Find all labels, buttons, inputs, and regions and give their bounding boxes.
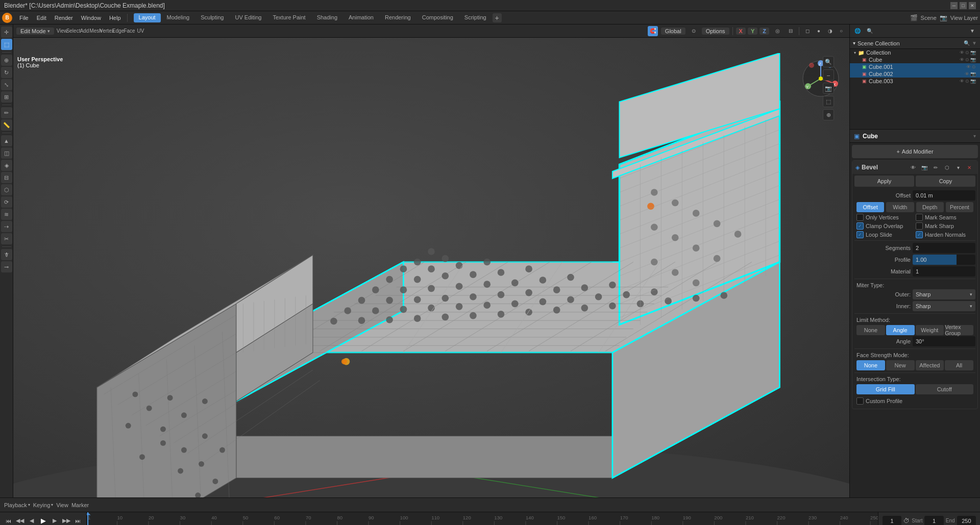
camera-btn[interactable]: 📷 bbox=[823, 83, 834, 94]
inner-dropdown[interactable]: Sharp bbox=[913, 301, 975, 311]
material-shading[interactable]: ◑ bbox=[825, 26, 835, 36]
layer-name[interactable]: View Layer bbox=[950, 15, 978, 21]
is-grid-fill[interactable]: Grid Fill bbox=[856, 384, 915, 394]
custom-profile-row[interactable]: Custom Profile bbox=[854, 395, 975, 407]
bevel-tool[interactable]: ◈ bbox=[1, 160, 12, 171]
search-icon[interactable]: 🔍 bbox=[864, 26, 875, 37]
outliner-cube-003[interactable]: ▣ Cube.003 👁 ⊙ 📷 bbox=[850, 78, 980, 85]
inset-faces[interactable]: ◫ bbox=[1, 147, 12, 159]
menu-render[interactable]: Render bbox=[51, 14, 77, 22]
loop-cut[interactable]: ⊟ bbox=[1, 172, 12, 183]
cursor-icon5[interactable]: ⊙ bbox=[965, 79, 969, 84]
close-button[interactable]: ✕ bbox=[969, 2, 976, 9]
modifier-header[interactable]: ◈ Bevel 👁 📷 ✏ ⬡ ▾ ✕ bbox=[852, 161, 977, 174]
add-button[interactable]: Add bbox=[80, 26, 90, 36]
cursor-icon[interactable]: ⊙ bbox=[965, 50, 969, 55]
tab-depth[interactable]: Depth bbox=[916, 202, 944, 212]
custom-profile-checkbox[interactable] bbox=[856, 397, 864, 405]
mod-cage-icon[interactable]: ⬡ bbox=[942, 162, 952, 172]
vertex-button[interactable]: Vertex bbox=[102, 26, 112, 36]
filter-icon[interactable]: ▼ bbox=[967, 26, 978, 37]
solid-shading[interactable]: ● bbox=[814, 26, 824, 36]
select-button[interactable]: Select bbox=[68, 26, 79, 36]
y-axis-toggle[interactable]: Y bbox=[748, 28, 757, 35]
fs-none[interactable]: None bbox=[856, 360, 885, 370]
rip-region[interactable]: ✂ bbox=[1, 233, 12, 244]
next-keyframe-button[interactable]: ▶▶ bbox=[62, 516, 71, 526]
render-icon5[interactable]: 📷 bbox=[970, 79, 976, 84]
only-vertices-checkbox[interactable] bbox=[856, 214, 864, 221]
mark-sharp-checkbox[interactable] bbox=[916, 222, 923, 230]
next-frame-button[interactable]: ▶ bbox=[51, 516, 59, 526]
angle-value[interactable]: 30° bbox=[913, 336, 975, 346]
end-frame-input[interactable]: 250 bbox=[957, 516, 976, 526]
mod-expand-icon[interactable]: ▾ bbox=[953, 162, 963, 172]
jump-end-button[interactable]: ⏭ bbox=[74, 516, 82, 526]
start-frame-input[interactable]: 1 bbox=[924, 516, 943, 526]
fs-all[interactable]: All bbox=[945, 360, 973, 370]
play-button[interactable]: ▶ bbox=[39, 516, 47, 526]
profile-value[interactable]: 1.00 bbox=[913, 255, 975, 265]
menu-window[interactable]: Window bbox=[77, 14, 105, 22]
menu-help[interactable]: Help bbox=[105, 14, 125, 22]
select-box-tool[interactable]: ⬚ bbox=[1, 39, 12, 50]
scale-tool[interactable]: ⤡ bbox=[1, 79, 12, 90]
jump-start-button[interactable]: ⏮ bbox=[4, 516, 13, 526]
options-button[interactable]: Options bbox=[702, 28, 729, 35]
proportional-edit[interactable]: ⊙ bbox=[689, 26, 699, 36]
eye-icon5[interactable]: 👁 bbox=[960, 79, 964, 84]
viewport-gizmo[interactable]: Z X Y bbox=[800, 58, 841, 99]
tab-layout[interactable]: Layout bbox=[134, 13, 161, 22]
mark-seams-checkbox[interactable] bbox=[916, 214, 923, 221]
z-axis-toggle[interactable]: Z bbox=[760, 28, 769, 35]
move-tool[interactable]: ⊕ bbox=[1, 55, 12, 66]
copy-button[interactable]: Copy bbox=[916, 176, 975, 187]
tab-animation[interactable]: Animation bbox=[344, 13, 379, 22]
mark-sharp-check[interactable]: Mark Sharp bbox=[916, 222, 973, 230]
mark-seams-check[interactable]: Mark Seams bbox=[916, 214, 973, 221]
only-vertices-check[interactable]: Only Vertices bbox=[856, 214, 914, 221]
eye-icon2[interactable]: 👁 bbox=[960, 57, 964, 62]
playback-menu[interactable]: Playback ▾ bbox=[4, 502, 30, 508]
menu-edit[interactable]: Edit bbox=[33, 14, 51, 22]
tab-uv-editing[interactable]: UV Editing bbox=[230, 13, 266, 22]
snap-icon[interactable]: 🧲 bbox=[648, 26, 658, 36]
timeline-ruler[interactable]: 1 10 20 30 40 50 60 70 80 90 1 bbox=[87, 512, 878, 525]
obj-expand-icon[interactable]: ▾ bbox=[973, 133, 976, 139]
outer-dropdown[interactable]: Sharp bbox=[913, 289, 975, 299]
limit-none[interactable]: None bbox=[856, 325, 885, 335]
prev-frame-button[interactable]: ◀ bbox=[27, 516, 36, 526]
render-icon2[interactable]: 📷 bbox=[970, 57, 976, 62]
obj-name[interactable]: Cube bbox=[863, 133, 878, 140]
view-menu[interactable]: View bbox=[56, 502, 68, 508]
menu-file[interactable]: File bbox=[15, 14, 33, 22]
limit-angle[interactable]: Angle bbox=[886, 325, 915, 335]
eye-icon[interactable]: 👁 bbox=[960, 50, 964, 55]
tab-width[interactable]: Width bbox=[886, 202, 914, 212]
tab-compositing[interactable]: Compositing bbox=[417, 13, 458, 22]
spin-tool[interactable]: ⟳ bbox=[1, 196, 12, 208]
loop-slide-checkbox[interactable]: ✓ bbox=[856, 231, 864, 238]
eye-icon3[interactable]: 👁 bbox=[966, 64, 971, 69]
tab-modeling[interactable]: Modeling bbox=[162, 13, 195, 22]
viewport-area[interactable]: Edit Mode View Select Add Mesh Vertex Ed… bbox=[13, 24, 849, 497]
tab-scripting[interactable]: Scripting bbox=[459, 13, 492, 22]
extrude-region[interactable]: ▲ bbox=[1, 135, 12, 146]
apply-button[interactable]: Apply bbox=[854, 176, 914, 187]
loop-slide-check[interactable]: ✓ Loop Slide bbox=[856, 231, 914, 238]
render-shading[interactable]: ○ bbox=[836, 26, 846, 36]
face-button[interactable]: Face bbox=[125, 26, 135, 36]
fs-new[interactable]: New bbox=[886, 360, 915, 370]
outliner-tab[interactable]: 🌐 bbox=[852, 26, 863, 37]
harden-normals-check[interactable]: ✓ Harden Normals bbox=[916, 231, 973, 238]
outliner-sort-icon[interactable]: ▼ bbox=[972, 40, 977, 46]
show-overlays[interactable]: ◎ bbox=[772, 26, 782, 36]
move-view-btn[interactable]: ⊕ bbox=[823, 109, 834, 120]
mod-render-icon[interactable]: 📷 bbox=[919, 162, 929, 172]
limit-vertex-group[interactable]: Vertex Group bbox=[945, 325, 973, 335]
clamp-overlap-check[interactable]: ✓ Clamp Overlap bbox=[856, 222, 914, 230]
tab-offset[interactable]: Offset bbox=[856, 202, 884, 212]
zoom-in-btn[interactable]: 🔍 bbox=[823, 56, 834, 67]
outliner-collection[interactable]: ▾ 📁 Collection 👁 ⊙ 📷 bbox=[850, 49, 980, 56]
maximize-button[interactable]: □ bbox=[960, 2, 967, 9]
